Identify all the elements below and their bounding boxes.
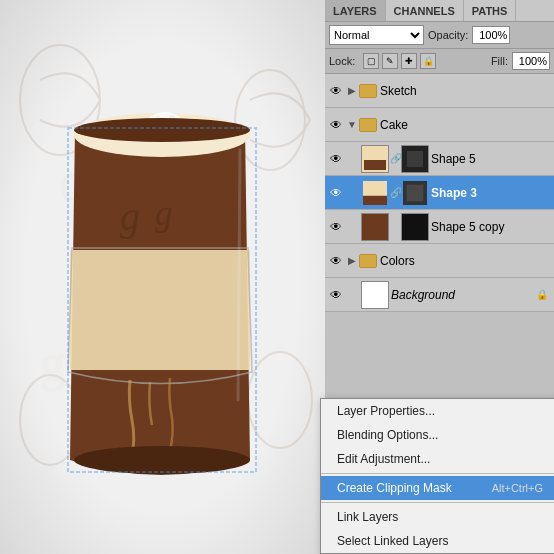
context-menu-item-blending-options[interactable]: Blending Options... xyxy=(321,423,554,447)
svg-rect-25 xyxy=(364,160,386,170)
lock-icons: ▢ ✎ ✚ 🔒 xyxy=(363,53,436,69)
menu-label-link-layers: Link Layers xyxy=(337,510,398,524)
layer-row-shape3[interactable]: 👁 🔗 Shape 3 xyxy=(325,176,554,210)
panel-tabs: LAYERS CHANNELS PATHS xyxy=(325,0,554,22)
app-window: g g G G xyxy=(0,0,554,554)
svg-point-19 xyxy=(74,118,250,142)
visibility-icon-shape5[interactable]: 👁 xyxy=(327,150,345,168)
layer-name-shape5: Shape 5 xyxy=(431,152,552,166)
fill-input[interactable] xyxy=(512,52,550,70)
svg-rect-31 xyxy=(407,184,424,201)
layer-row-colors[interactable]: 👁 ▶ Colors xyxy=(325,244,554,278)
lock-label: Lock: xyxy=(329,55,355,67)
lock-position-icon[interactable]: ✚ xyxy=(401,53,417,69)
lock-paint-icon[interactable]: ✎ xyxy=(382,53,398,69)
svg-point-3 xyxy=(248,352,312,448)
tab-layers[interactable]: LAYERS xyxy=(325,0,386,21)
layer-row-background[interactable]: 👁 Background 🔒 xyxy=(325,278,554,312)
context-menu-item-layer-properties[interactable]: Layer Properties... xyxy=(321,399,554,423)
svg-point-1 xyxy=(235,70,305,170)
svg-rect-34 xyxy=(362,282,388,308)
folder-icon-sketch xyxy=(359,84,377,98)
menu-label-select-linked: Select Linked Layers xyxy=(337,534,448,548)
arrow-icon-colors[interactable]: ▶ xyxy=(345,254,359,268)
link-icon-shape5: 🔗 xyxy=(391,145,401,173)
folder-icon-cake xyxy=(359,118,377,132)
svg-rect-33 xyxy=(402,214,428,240)
tab-channels[interactable]: CHANNELS xyxy=(386,0,464,21)
opacity-input[interactable] xyxy=(472,26,510,44)
lock-badge-background: 🔒 xyxy=(536,289,548,301)
context-menu: Layer Properties... Blending Options... … xyxy=(320,398,554,554)
menu-label-layer-properties: Layer Properties... xyxy=(337,404,435,418)
menu-label-blending-options: Blending Options... xyxy=(337,428,438,442)
menu-shortcut-create-clipping-mask: Alt+Ctrl+G xyxy=(492,482,543,494)
layer-name-colors: Colors xyxy=(380,254,552,268)
blend-mode-select[interactable]: Normal Multiply Screen xyxy=(329,25,424,45)
thumb-background xyxy=(361,281,389,309)
layers-panel: LAYERS CHANNELS PATHS Normal Multiply Sc… xyxy=(325,0,554,554)
link-icon-shape5copy xyxy=(391,213,401,241)
visibility-icon-shape5copy[interactable]: 👁 xyxy=(327,218,345,236)
lock-all-icon[interactable]: 🔒 xyxy=(420,53,436,69)
visibility-icon-shape3[interactable]: 👁 xyxy=(327,184,345,202)
blend-mode-row: Normal Multiply Screen Opacity: xyxy=(325,22,554,49)
thumb-shape5-main xyxy=(361,145,389,173)
fill-label: Fill: xyxy=(491,55,508,67)
layer-name-shape3: Shape 3 xyxy=(431,186,552,200)
svg-text:g: g xyxy=(155,194,173,233)
svg-point-20 xyxy=(74,446,250,474)
svg-rect-27 xyxy=(407,151,423,167)
layer-row-sketch[interactable]: 👁 ▶ Sketch xyxy=(325,74,554,108)
visibility-icon-sketch[interactable]: 👁 xyxy=(327,82,345,100)
svg-rect-29 xyxy=(363,195,387,204)
thumb-shape5-mask xyxy=(401,145,429,173)
visibility-icon-background[interactable]: 👁 xyxy=(327,286,345,304)
folder-icon-colors xyxy=(359,254,377,268)
layer-row-shape5copy[interactable]: 👁 Shape 5 copy xyxy=(325,210,554,244)
visibility-icon-cake[interactable]: 👁 xyxy=(327,116,345,134)
svg-text:g: g xyxy=(40,335,65,391)
lock-transparency-icon[interactable]: ▢ xyxy=(363,53,379,69)
layer-row-shape5[interactable]: 👁 🔗 Shape 5 xyxy=(325,142,554,176)
svg-text:g: g xyxy=(120,194,140,239)
thumb-shape5copy-mask xyxy=(401,213,429,241)
layer-name-shape5copy: Shape 5 copy xyxy=(431,220,552,234)
menu-separator-2 xyxy=(321,502,554,503)
visibility-icon-colors[interactable]: 👁 xyxy=(327,252,345,270)
canvas-area: g g G G xyxy=(0,0,325,554)
cup-illustration: g g G G xyxy=(0,0,325,554)
lock-row: Lock: ▢ ✎ ✚ 🔒 Fill: xyxy=(325,49,554,74)
arrow-icon-cake[interactable]: ▼ xyxy=(345,118,359,132)
arrow-icon-sketch[interactable]: ▶ xyxy=(345,84,359,98)
menu-separator-1 xyxy=(321,473,554,474)
layer-name-background: Background xyxy=(391,288,536,302)
tab-paths[interactable]: PATHS xyxy=(464,0,517,21)
layer-name-cake: Cake xyxy=(380,118,552,132)
svg-rect-8 xyxy=(70,250,250,370)
thumb-shape3-mask xyxy=(401,179,429,207)
context-menu-item-edit-adjustment[interactable]: Edit Adjustment... xyxy=(321,447,554,471)
thumb-shape3-main xyxy=(361,179,389,207)
context-menu-item-select-linked[interactable]: Select Linked Layers xyxy=(321,529,554,553)
layer-row-cake[interactable]: 👁 ▼ Cake xyxy=(325,108,554,142)
link-icon-shape3: 🔗 xyxy=(391,179,401,207)
context-menu-item-create-clipping-mask[interactable]: Create Clipping Mask Alt+Ctrl+G xyxy=(321,476,554,500)
menu-label-edit-adjustment: Edit Adjustment... xyxy=(337,452,430,466)
layer-name-sketch: Sketch xyxy=(380,84,552,98)
context-menu-item-link-layers[interactable]: Link Layers xyxy=(321,505,554,529)
thumb-shape5copy-main xyxy=(361,213,389,241)
svg-rect-32 xyxy=(362,214,388,240)
opacity-label: Opacity: xyxy=(428,29,468,41)
menu-label-create-clipping-mask: Create Clipping Mask xyxy=(337,481,452,495)
